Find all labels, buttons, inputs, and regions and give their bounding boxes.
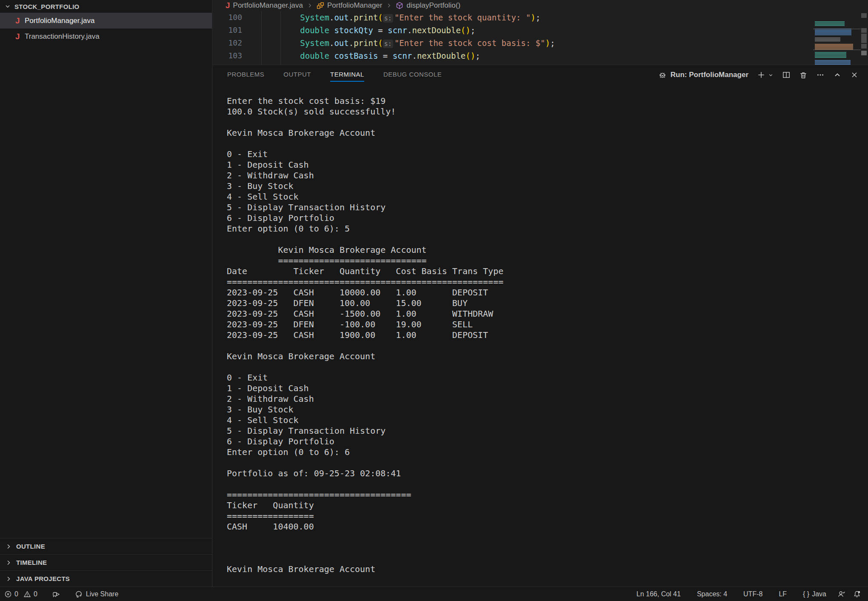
more-actions-button[interactable] [816,71,825,79]
code-token: print [354,38,378,48]
tab-terminal[interactable]: TERMINAL [330,68,364,82]
sidebar-item-portfoliomanager[interactable]: J PortfolioManager.java [0,13,212,29]
status-bar-left: 0 0 [0,587,121,601]
code-line-103[interactable]: double costBasis = scnr.nextDouble(); [242,49,813,62]
live-share-status[interactable]: Live Share [72,587,121,601]
live-share-label: Live Share [86,590,119,598]
root-folder-label: STOCK_PORTFOLIO [14,3,80,10]
code-token: ) [471,51,475,60]
code-token: ; [471,26,475,35]
code-line-101[interactable]: double stockQty = scnr.nextDouble(); [242,24,813,37]
section-outline[interactable]: OUTLINE [0,538,212,554]
code-token: ( [465,51,470,60]
code-token [329,26,334,35]
code-token: ( [378,38,383,48]
indentation-status[interactable]: Spaces: 4 [694,587,731,601]
section-java-projects[interactable]: JAVA PROJECTS [0,570,212,587]
breadcrumb-method[interactable]: displayPortfolio() [396,1,460,10]
sidebar-item-transactionhistory[interactable]: J TransactionHistory.java [0,29,212,44]
code-area: 100 101 102 103 System.out.print(s:"Ente… [213,11,868,65]
close-panel-button[interactable] [850,71,859,79]
code-lines: System.out.print(s:"Enter the stock quan… [242,11,813,62]
code-line-100[interactable]: System.out.print(s:"Enter the stock quan… [242,11,813,24]
code-token: . [407,26,412,35]
line-number[interactable]: 100 [213,11,242,24]
inlay-parameter-hint: s: [383,14,393,23]
maximize-panel-button[interactable] [833,71,842,79]
file-name: PortfolioManager.java [25,17,94,25]
tab-output[interactable]: OUTPUT [283,68,311,82]
encoding-status[interactable]: UTF-8 [740,587,766,601]
code-token: System [300,13,329,22]
section-timeline[interactable]: TIMELINE [0,554,212,570]
language-mode-status[interactable]: { } Java [799,587,830,601]
line-number[interactable]: 101 [213,24,242,37]
breadcrumb-file[interactable]: J PortfolioManager.java [226,1,303,10]
tab-debug-console[interactable]: DEBUG CONSOLE [383,68,442,82]
code-token: "Enter the stock cost basis: $" [394,38,545,48]
breadcrumb-file-label: PortfolioManager.java [233,1,303,10]
class-icon [317,2,324,9]
inlay-parameter-hint: s: [383,40,393,48]
terminal-output[interactable]: Enter the stock cost basis: $19 100.0 St… [227,96,868,575]
bottom-panel: PROBLEMS OUTPUT TERMINAL DEBUG CONSOLE [213,65,868,587]
code-token: double [300,26,329,35]
code-token: . [349,38,354,48]
warning-icon [23,590,31,598]
split-terminal-button[interactable] [782,71,791,79]
problems-status[interactable]: 0 0 [2,587,40,601]
terminal-process-selector[interactable]: Run: PortfolioManager [658,71,748,79]
language-label: Java [812,590,826,598]
code-token [242,13,300,22]
code-token [242,38,300,48]
code-token: ; [475,51,480,60]
status-bar: 0 0 [0,587,868,601]
debug-bug-icon [658,71,667,79]
line-number[interactable]: 102 [213,37,242,49]
braces-icon: { } [803,590,809,598]
code-token: ) [531,13,535,22]
new-terminal-button[interactable] [757,71,774,79]
tab-problems[interactable]: PROBLEMS [227,68,264,82]
breadcrumb-method-label: displayPortfolio() [406,1,460,10]
accounts-button[interactable] [834,587,849,601]
line-number[interactable]: 103 [213,49,242,62]
code-token: . [412,51,417,60]
live-share-icon [75,590,83,598]
code-token [329,51,334,60]
java-file-icon: J [15,16,25,26]
code-token: print [354,13,378,22]
code-token: ; [536,13,540,22]
java-file-icon: J [226,1,230,10]
code-token: "Enter the stock quantity: " [394,13,531,22]
code-token: costBasis [334,51,378,60]
code-token: ; [550,38,555,48]
section-label: JAVA PROJECTS [16,575,70,582]
code-line-102[interactable]: System.out.print(s:"Enter the stock cost… [242,37,813,49]
breadcrumb-class[interactable]: PortfolioManager [317,1,382,10]
chevron-right-icon [5,575,12,582]
error-count: 0 [14,590,18,598]
cursor-position-status[interactable]: Ln 166, Col 41 [633,587,684,601]
panel-header: PROBLEMS OUTPUT TERMINAL DEBUG CONSOLE [213,65,868,85]
breadcrumb-class-label: PortfolioManager [327,1,382,10]
explorer-root-folder[interactable]: STOCK_PORTFOLIO [0,0,212,13]
code-token: scnr [388,26,407,35]
code-token: ) [465,26,470,35]
code-token: stockQty [334,26,373,35]
run-debug-status[interactable] [49,587,63,601]
code-token: double [300,51,329,60]
code-token: System [300,38,329,48]
code-token [242,26,300,35]
chevron-right-icon [386,3,392,9]
code-token: . [329,38,334,48]
kill-terminal-button[interactable] [799,71,808,79]
eol-status[interactable]: LF [775,587,790,601]
scrollbar-decorations [861,0,867,65]
code-token: scnr [393,51,412,60]
section-label: TIMELINE [16,559,47,566]
code-token [242,51,300,60]
notifications-button[interactable] [849,587,865,601]
method-cube-icon [396,2,403,9]
accounts-icon [837,590,846,598]
